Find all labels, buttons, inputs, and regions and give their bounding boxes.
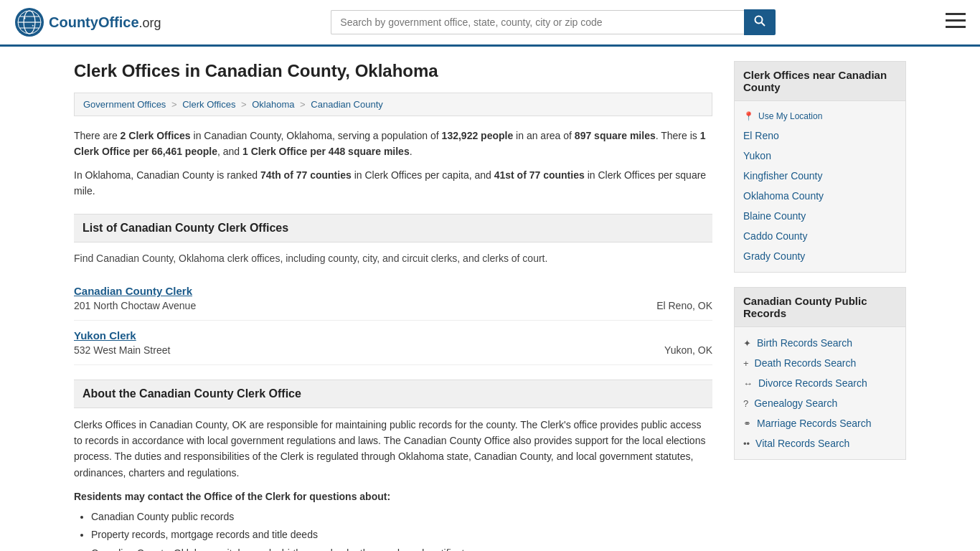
records-section-title: Canadian County Public Records (735, 288, 905, 327)
nearby-link-kingfisher[interactable]: Kingfisher County (735, 166, 905, 186)
svg-point-8 (755, 17, 763, 24)
nearby-link-el-reno[interactable]: El Reno (735, 126, 905, 146)
birth-icon: ✦ (743, 338, 751, 349)
list-section-header: List of Canadian County Clerk Offices (74, 214, 712, 242)
contact-item-3: Canadian County, Oklahoma vital records,… (91, 545, 712, 552)
marriage-records-link-item[interactable]: ⚭ Marriage Records Search (735, 413, 905, 433)
rank2: 41st of 77 counties (494, 169, 585, 181)
vital-records-link[interactable]: Vital Records Search (755, 438, 849, 449)
logo-area: ★ ★ CountyOffice.org (14, 7, 161, 37)
oklahoma-county-link[interactable]: Oklahoma County (743, 190, 824, 202)
contact-item-2: Property records, mortgage records and t… (91, 526, 712, 544)
nearby-link-yukon[interactable]: Yukon (735, 146, 905, 166)
svg-rect-12 (946, 26, 966, 28)
death-records-link-item[interactable]: + Death Records Search (735, 353, 905, 373)
breadcrumb-clerk-offices[interactable]: Clerk Offices (182, 99, 235, 110)
contact-item-1: Canadian County public records (91, 508, 712, 526)
content-area: Clerk Offices in Canadian County, Oklaho… (74, 61, 712, 551)
sidebar: Clerk Offices near Canadian County 📍 Use… (734, 61, 906, 551)
nearby-section-title: Clerk Offices near Canadian County (735, 62, 905, 101)
page-title: Clerk Offices in Canadian County, Oklaho… (74, 61, 712, 81)
yukon-link[interactable]: Yukon (743, 150, 771, 161)
breadcrumb-oklahoma[interactable]: Oklahoma (252, 99, 294, 110)
search-icon (754, 15, 765, 27)
nearby-link-blaine[interactable]: Blaine County (735, 206, 905, 226)
death-records-link[interactable]: Death Records Search (755, 357, 857, 369)
office-address-1: 201 North Choctaw Avenue (74, 300, 196, 311)
vital-icon: •• (743, 438, 750, 449)
nearby-section: Clerk Offices near Canadian County 📍 Use… (734, 61, 906, 273)
genealogy-link[interactable]: Genealogy Search (754, 397, 837, 409)
contact-list: Canadian County public records Property … (74, 508, 712, 551)
vital-records-link-item[interactable]: •• Vital Records Search (735, 433, 905, 453)
use-location-label: Use My Location (758, 111, 822, 121)
logo-icon: ★ ★ (14, 7, 44, 37)
office-name-1[interactable]: Canadian County Clerk (74, 285, 712, 297)
population: 132,922 people (442, 130, 514, 141)
breadcrumb-govt-offices[interactable]: Government Offices (83, 99, 166, 110)
contact-heading: Residents may contact the Office of the … (74, 491, 712, 502)
grady-county-link[interactable]: Grady County (743, 250, 805, 262)
birth-records-link[interactable]: Birth Records Search (757, 337, 852, 349)
nearby-link-grady[interactable]: Grady County (735, 246, 905, 266)
records-section: Canadian County Public Records ✦ Birth R… (734, 287, 906, 460)
office-entry-2: Yukon Clerk 532 West Main Street Yukon, … (74, 321, 712, 365)
office-name-2[interactable]: Yukon Clerk (74, 329, 712, 342)
about-body: Clerks Offices in Canadian County, OK ar… (74, 417, 712, 481)
records-links: ✦ Birth Records Search + Death Records S… (735, 327, 905, 459)
blaine-county-link[interactable]: Blaine County (743, 210, 806, 222)
genealogy-link-item[interactable]: ? Genealogy Search (735, 393, 905, 413)
marriage-icon: ⚭ (743, 418, 751, 429)
office-city-2: Yukon, OK (664, 344, 712, 356)
svg-rect-10 (946, 13, 966, 15)
nearby-link-oklahoma[interactable]: Oklahoma County (735, 186, 905, 206)
office-details-1: 201 North Choctaw Avenue El Reno, OK (74, 300, 712, 311)
kingfisher-county-link[interactable]: Kingfisher County (743, 170, 823, 182)
el-reno-link[interactable]: El Reno (743, 130, 779, 141)
per-sqmile: 1 Clerk Office per 448 square miles (242, 146, 410, 157)
office-address-2: 532 West Main Street (74, 344, 170, 356)
svg-rect-11 (946, 19, 966, 22)
logo-text: CountyOffice.org (49, 14, 161, 31)
nearby-links: 📍 Use My Location El Reno Yukon Kingfish… (735, 101, 905, 272)
divorce-icon: ↔ (743, 378, 753, 389)
divorce-records-link-item[interactable]: ↔ Divorce Records Search (735, 373, 905, 393)
site-header: ★ ★ CountyOffice.org (0, 0, 980, 47)
hamburger-menu-button[interactable] (946, 13, 966, 32)
search-area (331, 9, 776, 35)
genealogy-icon: ? (743, 398, 748, 409)
hamburger-icon (946, 13, 966, 29)
clerk-count: 2 Clerk Offices (121, 130, 191, 141)
birth-records-link-item[interactable]: ✦ Birth Records Search (735, 333, 905, 353)
office-city-1: El Reno, OK (656, 300, 712, 311)
area: 897 square miles (575, 130, 656, 141)
nearby-link-caddo[interactable]: Caddo County (735, 226, 905, 246)
breadcrumb: Government Offices > Clerk Offices > Okl… (74, 93, 712, 116)
death-icon: + (743, 358, 749, 369)
divorce-records-link[interactable]: Divorce Records Search (758, 377, 867, 389)
main-container: Clerk Offices in Canadian County, Oklaho… (60, 47, 920, 551)
search-input[interactable] (331, 10, 744, 34)
breadcrumb-canadian-county[interactable]: Canadian County (311, 99, 382, 110)
stats-paragraph-2: In Oklahoma, Canadian County is ranked 7… (74, 167, 712, 199)
office-entry-1: Canadian County Clerk 201 North Choctaw … (74, 276, 712, 321)
use-my-location[interactable]: 📍 Use My Location (735, 107, 905, 126)
list-section-desc: Find Canadian County, Oklahoma clerk off… (74, 251, 712, 266)
rank1: 74th of 77 counties (260, 169, 352, 181)
search-button[interactable] (744, 9, 776, 35)
svg-text:★: ★ (32, 24, 34, 27)
svg-line-9 (762, 23, 765, 27)
stats-paragraph-1: There are 2 Clerk Offices in Canadian Co… (74, 128, 712, 160)
location-icon: 📍 (743, 111, 754, 121)
marriage-records-link[interactable]: Marriage Records Search (757, 418, 872, 429)
about-section-header: About the Canadian County Clerk Office (74, 380, 712, 408)
office-details-2: 532 West Main Street Yukon, OK (74, 344, 712, 356)
caddo-county-link[interactable]: Caddo County (743, 230, 808, 242)
